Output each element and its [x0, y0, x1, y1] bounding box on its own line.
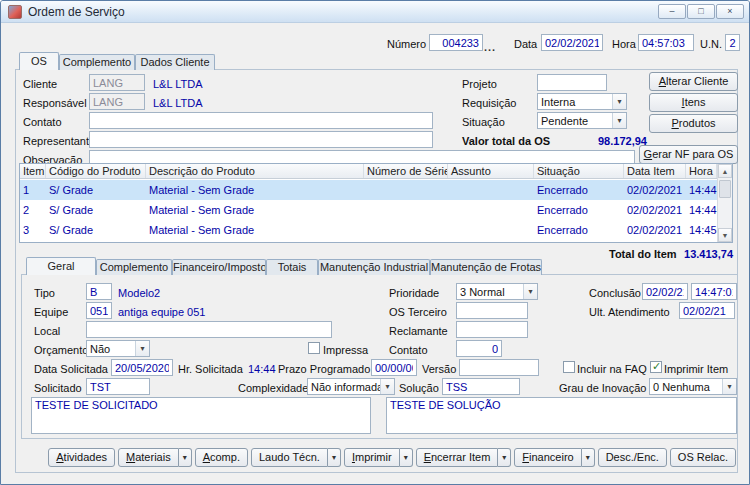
chevron-down-icon: ▾ [722, 379, 736, 394]
grid-scrollbar[interactable]: ▲ ▼ [717, 164, 732, 242]
contato-geral-input[interactable] [456, 340, 502, 357]
tab-complemento-detalhe[interactable]: Complemento [96, 259, 172, 275]
tab-manutencao-frotas[interactable]: Manutenção de Frotas [430, 259, 542, 275]
financeiro-button[interactable]: Financeiro [514, 448, 581, 467]
cell-assunto [448, 220, 534, 240]
col-header-serie[interactable]: Número de Série [364, 164, 448, 178]
requisicao-value: Interna [538, 96, 612, 108]
solicitado-textarea[interactable]: TESTE DE SOLICITADO [31, 397, 371, 434]
atividades-button[interactable]: Atividades [48, 448, 115, 467]
requisicao-label: Requisição [462, 97, 516, 109]
data-solicitada-input[interactable] [111, 359, 173, 376]
desc-enc-button[interactable]: Desc./Enc. [598, 448, 667, 467]
tipo-input[interactable] [86, 283, 112, 300]
tab-geral[interactable]: Geral [26, 257, 96, 275]
solucao-input[interactable] [442, 378, 520, 395]
materiais-dropdown-icon[interactable]: ▾ [179, 448, 192, 467]
col-header-data[interactable]: Data Item [624, 164, 686, 178]
cliente-code-input[interactable] [89, 74, 145, 91]
reclamante-input[interactable] [456, 321, 528, 338]
col-header-assunto[interactable]: Assunto [448, 164, 534, 178]
close-icon[interactable]: × [716, 4, 744, 19]
cell-serie [364, 200, 448, 220]
cell-descricao: Material - Sem Grade [146, 220, 364, 240]
solucao-label: Solução [399, 382, 439, 394]
produtos-button[interactable]: Produtos [649, 114, 738, 133]
local-label: Local [34, 325, 60, 337]
cell-hora: 14:4 [686, 240, 717, 242]
solicitado-input[interactable] [86, 378, 150, 395]
imprimir-button[interactable]: Imprimir [344, 448, 400, 467]
requisicao-select[interactable]: Interna ▾ [537, 93, 627, 110]
cell-situacao: Encerrado [534, 180, 624, 200]
materiais-button[interactable]: Materiais [118, 448, 179, 467]
col-header-hora[interactable]: Hora [686, 164, 717, 178]
equipe-input[interactable] [86, 302, 112, 319]
os-terceiro-input[interactable] [456, 302, 528, 319]
acomp-button[interactable]: Acomp. [195, 448, 248, 467]
orcamento-select[interactable]: Não ▾ [86, 340, 150, 357]
solucao-textarea[interactable]: TESTE DE SOLUÇÃO [386, 397, 737, 434]
table-row[interactable]: 4 S/ Grade Material - Sem Grade 02/02/20… [20, 240, 717, 242]
situacao-select[interactable]: Pendente ▾ [537, 112, 627, 129]
encerrar-dropdown-icon[interactable]: ▾ [498, 448, 511, 467]
tab-dados-cliente[interactable]: Dados Cliente [135, 54, 215, 70]
imprimir-item-checkbox[interactable] [650, 361, 662, 373]
gerar-nf-button[interactable]: Gerar NF para OS [639, 145, 738, 164]
col-header-codigo[interactable]: Código do Produto [46, 164, 146, 178]
itens-button[interactable]: Itens [649, 93, 738, 112]
table-row[interactable]: 1 S/ Grade Material - Sem Grade Encerrad… [20, 180, 717, 200]
numero-browse-button[interactable]: ... [484, 42, 496, 52]
imprimir-dropdown-icon[interactable]: ▾ [400, 448, 413, 467]
maximize-icon[interactable]: □ [687, 4, 715, 19]
numero-input[interactable] [429, 34, 483, 51]
tab-financeiro-impostos[interactable]: Financeiro/Impostos [172, 259, 266, 275]
local-input[interactable] [86, 321, 332, 338]
col-header-situacao[interactable]: Situação [534, 164, 624, 178]
titlebar[interactable]: Ordem de Serviço – □ × [1, 1, 749, 23]
minimize-icon[interactable]: – [658, 4, 686, 19]
conclusao-date-input[interactable] [642, 283, 688, 300]
prioridade-select[interactable]: 3 Normal ▾ [456, 283, 538, 300]
impressa-checkbox[interactable] [308, 342, 320, 354]
un-input[interactable] [725, 34, 740, 51]
scroll-up-icon[interactable]: ▲ [718, 164, 732, 178]
complexidade-select[interactable]: Não informada ▾ [307, 378, 395, 395]
window-title: Ordem de Serviço [28, 5, 125, 19]
tab-manutencao-industrial[interactable]: Manutenção Industrial [318, 259, 430, 275]
contato-input[interactable] [89, 112, 433, 129]
scroll-down-icon[interactable]: ▼ [718, 228, 732, 242]
cell-situacao: Encerrado [534, 200, 624, 220]
laudo-dropdown-icon[interactable]: ▾ [328, 448, 341, 467]
grid-body: 1 S/ Grade Material - Sem Grade Encerrad… [20, 180, 717, 242]
tab-totais[interactable]: Totais [266, 259, 318, 275]
versao-input[interactable] [459, 359, 539, 376]
financeiro-dropdown-icon[interactable]: ▾ [582, 448, 595, 467]
ult-atendimento-label: Ult. Atendimento [589, 306, 670, 318]
table-row[interactable]: 2 S/ Grade Material - Sem Grade Encerrad… [20, 200, 717, 220]
hora-input[interactable] [638, 34, 694, 51]
scrollbar-thumb[interactable] [719, 180, 731, 198]
os-relac-button[interactable]: OS Relac. [670, 448, 736, 467]
cell-data: 02/02/2021 [624, 240, 686, 242]
projeto-input[interactable] [537, 74, 607, 91]
representante-input[interactable] [89, 131, 433, 148]
alterar-cliente-button[interactable]: Alterar Cliente [649, 72, 738, 91]
incluir-faq-checkbox[interactable] [563, 361, 575, 373]
prazo-programado-input[interactable] [371, 359, 417, 376]
tab-complemento[interactable]: Complemento [59, 54, 135, 70]
col-header-item[interactable]: Item [20, 164, 46, 178]
hora-label: Hora [612, 38, 636, 50]
data-input[interactable] [541, 34, 603, 51]
encerrar-item-button[interactable]: Encerrar Item [416, 448, 499, 467]
responsavel-code-input[interactable] [89, 93, 145, 110]
grau-inovacao-select[interactable]: 0 Nenhuma ▾ [649, 378, 737, 395]
laudo-tecnico-button[interactable]: Laudo Técn. [251, 448, 328, 467]
chevron-down-icon: ▾ [380, 379, 394, 394]
col-header-descricao[interactable]: Descrição do Produto [146, 164, 364, 178]
ult-atendimento-input[interactable] [679, 302, 735, 319]
tab-os[interactable]: OS [19, 52, 59, 70]
conclusao-time-input[interactable] [691, 283, 737, 300]
hr-solicitada-label: Hr. Solicitada [178, 363, 243, 375]
table-row[interactable]: 3 S/ Grade Material - Sem Grade Encerrad… [20, 220, 717, 240]
